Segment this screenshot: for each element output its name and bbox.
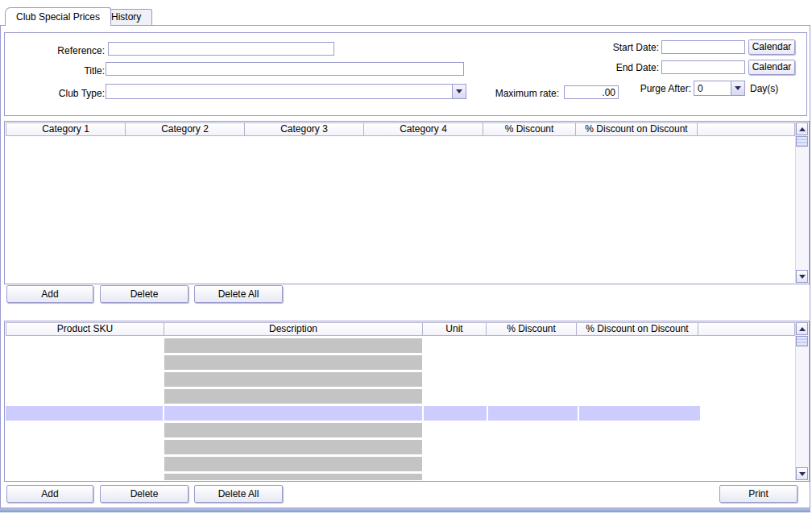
chevron-down-icon[interactable] [731, 81, 744, 95]
selected-row-cell [6, 406, 163, 421]
selected-row-cell [424, 406, 487, 421]
description-cell [164, 355, 422, 370]
chevron-down-icon[interactable] [452, 85, 466, 98]
description-cell [164, 338, 422, 353]
header-form-panel: Reference: Start Date: Calendar Title: E… [4, 32, 807, 116]
reference-input[interactable] [108, 42, 334, 56]
description-cell [164, 372, 422, 387]
column-header-filler [698, 322, 795, 336]
column-header-discount-on-discount[interactable]: % Discount on Discount [575, 122, 698, 136]
category-delete-all-button[interactable]: Delete All [194, 285, 283, 303]
start-date-input[interactable] [661, 40, 745, 54]
column-header-category-1[interactable]: Category 1 [6, 122, 126, 136]
product-delete-all-button[interactable]: Delete All [194, 485, 283, 503]
column-header-description[interactable]: Description [164, 322, 423, 336]
column-header-unit[interactable]: Unit [422, 322, 487, 336]
product-table-row[interactable] [6, 406, 795, 421]
product-table-body[interactable] [6, 336, 795, 480]
category-delete-button[interactable]: Delete [100, 285, 188, 303]
description-cell [164, 423, 422, 437]
column-header-discount[interactable]: % Discount [483, 122, 576, 136]
days-label: Day(s) [750, 83, 778, 94]
scroll-up-arrow-icon[interactable] [796, 122, 808, 135]
tab-club-special-prices[interactable]: Club Special Prices [5, 7, 111, 26]
category-table-panel: Category 1 Category 2 Category 3 Categor… [4, 121, 810, 284]
product-table-row[interactable] [6, 389, 795, 404]
start-date-calendar-button[interactable]: Calendar [748, 39, 795, 55]
description-cell [164, 457, 422, 471]
product-table-row[interactable] [6, 338, 795, 353]
category-table-header: Category 1 Category 2 Category 3 Categor… [6, 122, 795, 136]
column-header-product-sku[interactable]: Product SKU [6, 322, 164, 336]
product-delete-button[interactable]: Delete [100, 485, 188, 503]
column-header-category-4[interactable]: Category 4 [363, 122, 483, 136]
maximum-rate-input[interactable] [564, 85, 619, 99]
category-add-button[interactable]: Add [6, 285, 93, 303]
product-table-row[interactable] [6, 457, 795, 471]
selected-row-cell [579, 406, 700, 421]
end-date-input[interactable] [661, 60, 745, 74]
end-date-calendar-button[interactable]: Calendar [748, 60, 795, 75]
purge-after-value: 0 [698, 83, 728, 94]
product-table-row[interactable] [6, 440, 795, 454]
club-type-label: Club Type: [27, 88, 105, 99]
column-header-category-2[interactable]: Category 2 [125, 122, 245, 136]
maximum-rate-label: Maximum rate: [485, 88, 559, 99]
selected-row-cell [488, 406, 578, 421]
description-cell [164, 474, 422, 480]
selected-row-cell [164, 406, 422, 421]
print-button[interactable]: Print [719, 485, 798, 503]
scroll-down-arrow-icon[interactable] [796, 270, 808, 283]
start-date-label: Start Date: [601, 42, 659, 53]
product-table-header: Product SKU Description Unit % Discount … [6, 322, 795, 336]
scroll-down-arrow-icon[interactable] [796, 467, 808, 480]
title-label: Title: [50, 65, 105, 77]
window-bottom-edge [0, 508, 810, 512]
column-header-discount[interactable]: % Discount [486, 322, 577, 336]
product-table-row[interactable] [6, 372, 795, 387]
purge-after-label: Purge After: [627, 83, 691, 94]
product-table-rows [6, 336, 795, 480]
reference-label: Reference: [27, 45, 105, 56]
product-table-panel: Product SKU Description Unit % Discount … [4, 321, 810, 482]
column-header-category-3[interactable]: Category 3 [244, 122, 364, 136]
scroll-up-arrow-icon[interactable] [796, 322, 808, 335]
description-cell [164, 440, 422, 454]
category-table-scrollbar[interactable] [795, 122, 808, 283]
product-table-row[interactable] [6, 474, 795, 480]
column-header-discount-on-discount[interactable]: % Discount on Discount [576, 322, 698, 336]
title-input[interactable] [106, 62, 464, 76]
product-table-row[interactable] [6, 355, 795, 370]
column-header-filler [697, 122, 795, 136]
purge-after-select[interactable]: 0 [694, 81, 745, 96]
scrollbar-thumb[interactable] [796, 336, 808, 346]
end-date-label: End Date: [601, 62, 659, 73]
club-type-select[interactable] [106, 84, 466, 99]
product-add-button[interactable]: Add [6, 485, 93, 503]
category-table-body[interactable] [6, 136, 795, 283]
description-cell [164, 389, 422, 404]
scrollbar-thumb[interactable] [796, 136, 808, 147]
product-table-row[interactable] [6, 423, 795, 437]
product-table-scrollbar[interactable] [795, 322, 808, 480]
